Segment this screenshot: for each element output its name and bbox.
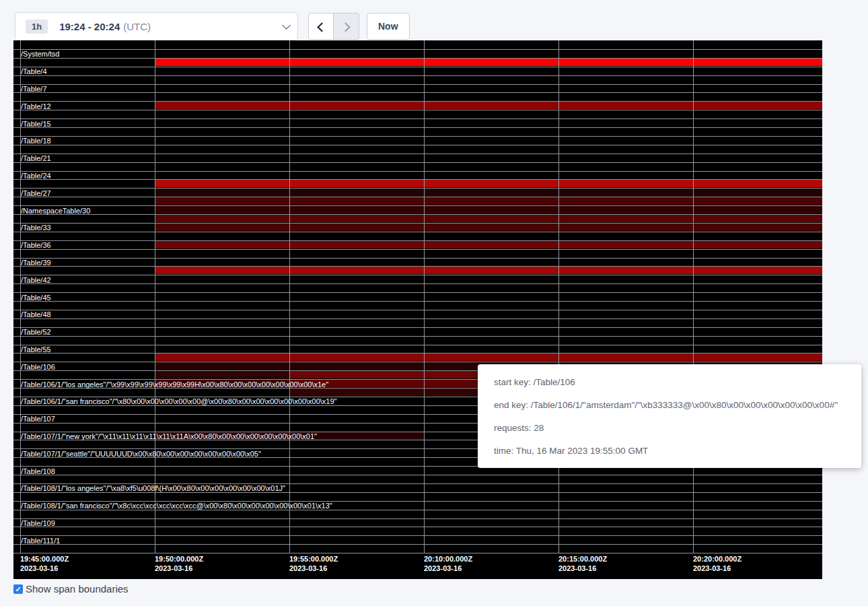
time-gridline xyxy=(693,40,694,553)
heat-band[interactable] xyxy=(155,197,822,205)
now-button[interactable]: Now xyxy=(367,13,410,40)
span-boundary-line xyxy=(13,544,822,545)
heat-band[interactable] xyxy=(155,354,822,361)
span-boundary-line xyxy=(13,232,822,232)
span-key-label: /Table/106/1/"san francisco"/"\x80\x00\x… xyxy=(21,397,337,405)
span-key-label: /Table/4 xyxy=(21,67,47,75)
span-boundary-line xyxy=(13,188,822,189)
span-boundary-line xyxy=(13,205,822,206)
span-boundary-line xyxy=(13,127,822,128)
tick-date: 2023-03-16 xyxy=(289,564,338,573)
span-boundary-line xyxy=(13,310,822,310)
span-key-label: /Table/108 xyxy=(21,467,55,475)
span-boundary-line xyxy=(13,249,822,250)
span-key-label: /Table/48 xyxy=(21,310,51,318)
tick-date: 2023-03-16 xyxy=(20,564,69,573)
span-key-label: /Table/52 xyxy=(21,328,51,336)
span-boundary-line xyxy=(13,275,822,275)
time-range-label: 19:24 - 20:24 xyxy=(59,21,120,32)
span-boundary-line xyxy=(13,92,822,93)
tick-time: 19:45:00.000Z xyxy=(20,554,69,564)
span-key-label: /Table/33 xyxy=(21,224,51,232)
next-interval-button-disabled[interactable] xyxy=(334,13,359,40)
span-boundary-line xyxy=(13,353,822,354)
heat-band[interactable] xyxy=(155,371,289,378)
tick-time: 20:15:00.000Z xyxy=(558,554,607,564)
span-key-label: /Table/36 xyxy=(21,241,51,249)
span-boundary-line xyxy=(13,336,822,337)
time-tick-label: 19:45:00.000Z2023-03-16 xyxy=(20,554,69,573)
time-gridline xyxy=(289,40,290,553)
span-boundary-line xyxy=(13,362,822,362)
span-boundary-line xyxy=(13,518,822,519)
tick-date: 2023-03-16 xyxy=(558,564,607,573)
span-boundary-line xyxy=(13,84,822,85)
heat-band[interactable] xyxy=(155,102,822,109)
span-key-label: /Table/106/1/"los angeles"/"\x99\x99\x99… xyxy=(21,380,328,389)
tick-time: 20:20:00.000Z xyxy=(693,554,742,564)
show-span-boundaries-toggle[interactable]: ✓ Show span boundaries xyxy=(13,583,129,595)
span-key-label: /Table/55 xyxy=(21,345,51,354)
tooltip-requests: requests: 28 xyxy=(494,417,861,440)
checkbox-checked-icon[interactable]: ✓ xyxy=(13,584,23,594)
heat-band[interactable] xyxy=(155,241,822,248)
span-boundary-line xyxy=(13,49,822,50)
keyvis-canvas[interactable]: /System/tsd/Table/4/Table/7/Table/12/Tab… xyxy=(13,40,822,579)
span-boundary-line xyxy=(13,327,822,328)
tooltip-end-key: end key: /Table/106/1/"amsterdam"/"\xb33… xyxy=(494,394,861,417)
span-boundary-line xyxy=(13,136,822,137)
time-gridline xyxy=(558,40,559,553)
span-boundary-line xyxy=(13,110,822,110)
tick-date: 2023-03-16 xyxy=(693,564,742,573)
heat-band[interactable] xyxy=(155,267,822,274)
heat-band[interactable] xyxy=(155,215,822,222)
time-tick-label: 19:55:00.000Z2023-03-16 xyxy=(289,554,338,573)
span-key-label: /Table/21 xyxy=(21,154,51,162)
span-boundary-line xyxy=(13,301,822,302)
span-key-label: /NamespaceTable/30 xyxy=(21,207,90,215)
chevron-down-icon xyxy=(282,21,291,30)
span-boundary-line xyxy=(13,171,822,172)
span-boundary-line xyxy=(13,154,822,154)
heat-band[interactable] xyxy=(155,59,822,66)
span-key-label: /Table/42 xyxy=(21,276,51,284)
span-key-label: /Table/106 xyxy=(21,363,55,371)
heat-band[interactable] xyxy=(155,206,822,213)
span-boundary-line xyxy=(13,223,822,224)
span-boundary-line xyxy=(13,266,822,267)
span-boundary-line xyxy=(13,179,822,180)
time-tick-label: 20:15:00.000Z2023-03-16 xyxy=(558,554,607,573)
span-boundary-line xyxy=(13,292,822,293)
span-key-label: /Table/7 xyxy=(21,85,47,93)
time-tick-label: 20:20:00.000Z2023-03-16 xyxy=(693,554,742,573)
span-boundary-line xyxy=(13,318,822,319)
heat-band[interactable] xyxy=(155,224,822,231)
span-boundary-line xyxy=(13,527,822,527)
span-boundary-line xyxy=(13,240,822,241)
span-boundary-line xyxy=(13,58,822,59)
show-span-boundaries-label: Show span boundaries xyxy=(26,583,129,595)
span-boundary-line xyxy=(13,101,822,102)
span-key-label: /Table/12 xyxy=(21,102,51,110)
time-range-selector[interactable]: 1h 19:24 - 20:24 (UTC) xyxy=(15,12,298,40)
heat-band[interactable] xyxy=(155,189,822,196)
span-boundary-line xyxy=(13,162,822,163)
span-key-label: /Table/111/1 xyxy=(21,537,60,545)
span-key-label: /Table/18 xyxy=(21,137,51,145)
time-tick-label: 19:50:00.000Z2023-03-16 xyxy=(155,554,203,573)
span-key-label: /Table/107 xyxy=(21,415,55,423)
span-key-label: /Table/15 xyxy=(21,120,51,128)
timezone-label: (UTC) xyxy=(123,21,151,32)
span-boundary-line xyxy=(13,145,822,145)
span-key-label: /Table/107/1/"seattle"/"UUUUUUD\x00\x80\… xyxy=(21,450,261,458)
tick-date: 2023-03-16 xyxy=(424,564,472,573)
span-boundary-line xyxy=(13,197,822,197)
tick-time: 19:50:00.000Z xyxy=(155,554,203,564)
span-key-label: /Table/108/1/"los angeles"/"\xa8\xf5\u00… xyxy=(21,484,285,492)
span-boundary-line xyxy=(13,214,822,215)
prev-interval-button[interactable] xyxy=(308,13,334,40)
heat-band[interactable] xyxy=(155,180,822,187)
chevron-left-icon xyxy=(317,22,326,32)
span-boundary-line xyxy=(13,553,822,553)
span-boundary-line xyxy=(13,283,822,284)
